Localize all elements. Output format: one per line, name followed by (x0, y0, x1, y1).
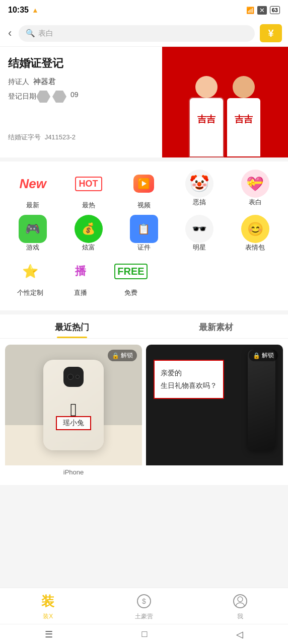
bottom-nav: 装 装X $ 土豪营 我 (0, 588, 288, 624)
live-icon: 播 (75, 264, 86, 279)
confession-icon: 💝 (241, 170, 269, 198)
banner-title: 结婚证登记 (8, 56, 154, 71)
sys-menu-button[interactable]: ☰ (45, 629, 53, 640)
banner-dots (136, 150, 152, 153)
category-star[interactable]: 🕶️ 明星 (174, 215, 225, 252)
category-game[interactable]: 🎮 游戏 (8, 215, 58, 252)
coupon-icon: ¥ (268, 28, 273, 39)
star-icon: 🕶️ (185, 215, 213, 243)
content-grid:  瑶小兔 🔒 解锁 iPhone 亲爱的 (0, 339, 288, 485)
tab-hot[interactable]: 最近热门 (0, 314, 144, 338)
category-rich[interactable]: 💰 炫富 (63, 215, 114, 252)
tabs-header: 最近热门 最新素材 (0, 314, 288, 339)
category-id[interactable]: 📋 证件 (119, 215, 169, 252)
banner-field-label: 持证人 (8, 77, 33, 87)
svg-text:$: $ (142, 597, 146, 605)
nav-profile[interactable]: 我 (231, 592, 249, 621)
nav-tuhao[interactable]: $ 土豪营 (135, 592, 153, 621)
tabs-section: 最近热门 最新素材 (0, 314, 288, 485)
category-game-label: 游戏 (26, 243, 39, 252)
game-icon: 🎮 (19, 215, 47, 243)
search-bar[interactable]: 🔍 表白 (19, 25, 255, 42)
id-icon: 📋 (130, 215, 158, 243)
category-free-label: 免费 (124, 288, 137, 297)
categories-section: New 最新 HOT 最热 ▶️ 视频 🤡 恶搞 💝 (0, 162, 288, 310)
rich-icon: 💰 (75, 215, 103, 243)
note-line1: 亲爱的 (161, 367, 217, 379)
nav-zhuangx[interactable]: 装 装X (39, 592, 57, 621)
category-video[interactable]: ▶️ 视频 (119, 170, 169, 210)
category-custom[interactable]: ⭐ 个性定制 (5, 257, 55, 297)
battery-icon: 63 (270, 6, 280, 14)
banner: 结婚证登记 持证人 神器君 登记日期 09 结婚证字号 J411523-2 (0, 47, 288, 157)
sys-nav: ☰ □ ◁ (0, 624, 288, 644)
nav-profile-label: 我 (237, 612, 243, 621)
tab-new[interactable]: 最新素材 (144, 314, 288, 338)
new-icon: New (19, 176, 46, 192)
banner-person: 神器君 (33, 77, 56, 87)
category-row-2: 🎮 游戏 💰 炫富 📋 证件 🕶️ 明星 😊 表情包 (5, 215, 283, 252)
search-placeholder: 表白 (38, 29, 53, 38)
category-newest-label: 最新 (26, 201, 39, 210)
category-hottest-label: 最热 (82, 201, 95, 210)
search-icon: 🔍 (26, 29, 35, 38)
status-warning: ▲ (32, 6, 39, 14)
video-icon: ▶️ (133, 175, 154, 193)
name-tag: 瑶小兔 (56, 416, 91, 430)
wifi-icon: 📶 (246, 7, 254, 14)
clown-icon: 🤡 (185, 170, 213, 198)
sys-home-button[interactable]: □ (142, 629, 148, 639)
back-button[interactable]: ‹ (6, 25, 14, 42)
category-row-3: ⭐ 个性定制 播 直播 FREE 免费 (5, 257, 283, 297)
emoji-icon: 😊 (241, 215, 269, 243)
note-line2: 生日礼物喜欢吗？ (161, 379, 217, 392)
category-emoji-label: 表情包 (245, 243, 265, 252)
status-bar: 10:35 ▲ 📶 ✕ 63 (0, 0, 288, 20)
category-video-label: 视频 (137, 201, 151, 210)
nav-zhuangx-label: 装X (43, 612, 53, 621)
lock-badge-2: 🔒 解锁 (249, 350, 278, 361)
category-custom-label: 个性定制 (17, 288, 43, 297)
category-funny-label: 恶搞 (193, 198, 206, 207)
banner-date-value: 09 (70, 91, 79, 103)
nav-tuhao-label: 土豪营 (135, 612, 153, 621)
category-free[interactable]: FREE 免费 (106, 257, 156, 297)
category-live-label: 直播 (74, 288, 87, 297)
jiji-left: 吉吉 (197, 113, 215, 125)
category-live[interactable]: 播 直播 (55, 257, 106, 297)
card-device-label: iPhone (5, 465, 142, 479)
category-id-label: 证件 (137, 243, 151, 252)
category-newest[interactable]: New 最新 (8, 170, 58, 210)
free-icon: FREE (114, 264, 147, 279)
header: ‹ 🔍 表白 ¥ (0, 20, 288, 47)
status-icons: 📶 ✕ 63 (246, 6, 280, 15)
signal-icon: ✕ (257, 6, 267, 15)
card-note[interactable]: 亲爱的 生日礼物喜欢吗？ 🔒 解锁 (146, 345, 283, 479)
category-confession[interactable]: 💝 表白 (230, 170, 280, 210)
category-hottest[interactable]: HOT 最热 (63, 170, 114, 210)
sys-back-button[interactable]: ◁ (236, 629, 243, 640)
category-emoji[interactable]: 😊 表情包 (230, 215, 280, 252)
note-paper: 亲爱的 生日礼物喜欢吗？ (154, 360, 224, 399)
category-row-1: New 最新 HOT 最热 ▶️ 视频 🤡 恶搞 💝 (5, 170, 283, 210)
coupon-button[interactable]: ¥ (260, 24, 282, 42)
hot-icon: HOT (75, 177, 102, 191)
lock-badge-1: 🔒 解锁 (108, 350, 137, 361)
category-funny[interactable]: 🤡 恶搞 (174, 170, 225, 210)
dark-phone (248, 350, 275, 450)
card-iphone[interactable]:  瑶小兔 🔒 解锁 iPhone (5, 345, 142, 479)
jiji-right: 吉吉 (235, 113, 253, 125)
status-time: 10:35 (8, 6, 29, 15)
profile-icon (231, 592, 249, 610)
category-confession-label: 表白 (249, 198, 262, 207)
custom-icon: ⭐ (22, 264, 38, 279)
banner-date-label: 登记日期 (8, 92, 36, 101)
zhuangx-icon: 装 (39, 592, 57, 610)
svg-point-3 (238, 597, 243, 602)
category-star-label: 明星 (193, 243, 206, 252)
banner-cert-field: 结婚证字号 J411523-2 (8, 133, 154, 142)
category-rich-label: 炫富 (82, 243, 95, 252)
tuhao-icon: $ (135, 592, 153, 610)
